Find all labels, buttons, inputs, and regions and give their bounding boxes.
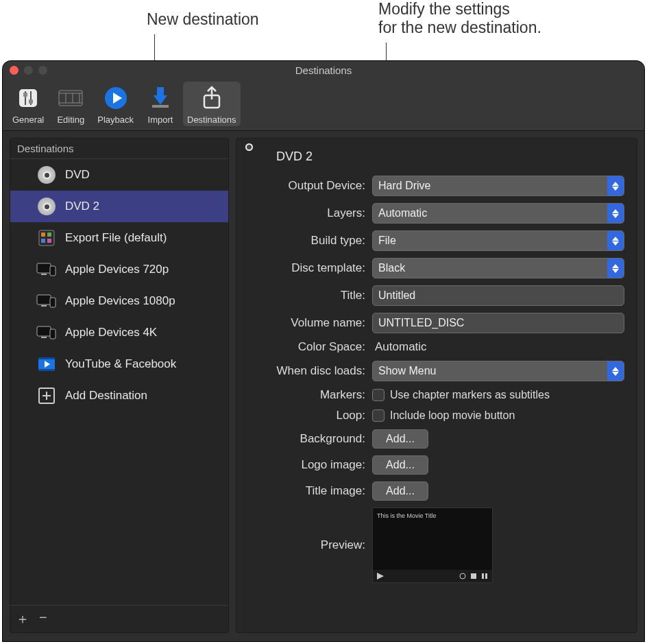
settings-form: Output Device: Hard Drive Layers: Automa… [249,176,624,583]
film-icon [36,228,57,248]
row-loop: Include loop movie button [372,409,624,422]
content-area: Destinations DVD DVD 2 Export File (defa… [3,131,644,640]
toolbar-import[interactable]: Import [141,82,180,126]
svg-marker-13 [154,95,167,105]
preview-controls [373,570,492,582]
svg-marker-46 [612,269,619,273]
svg-rect-5 [59,91,82,106]
callout-new-destination: New destination [147,10,259,29]
destinations-sidebar: Destinations DVD DVD 2 Export File (defa… [10,138,229,633]
zoom-window-button[interactable] [38,66,47,75]
destination-detail-panel: DVD 2 Output Device: Hard Drive Layers: … [236,138,637,633]
svg-rect-26 [37,295,51,305]
traffic-lights [10,66,47,75]
toolbar-label: Import [148,115,173,125]
svg-rect-52 [482,573,484,579]
sidebar-item-720p[interactable]: Apple Devices 720p [10,254,228,285]
field-title[interactable]: Untitled [372,285,624,306]
share-icon [196,83,228,113]
select-output-device[interactable]: Hard Drive [372,176,624,196]
preview-thumbnail: This is the Movie Title [372,508,493,583]
svg-marker-41 [612,209,619,213]
label-loop: Loop: [249,409,365,422]
loop-icon [459,573,466,580]
svg-marker-39 [612,182,619,186]
sidebar-item-label: Apple Devices 720p [65,263,169,276]
row-markers: Use chapter markers as subtitles [372,389,624,401]
select-disc-template[interactable]: Black [372,258,624,278]
disc-icon [36,165,57,185]
filmstrip-icon [55,83,86,113]
stop-icon [470,573,477,580]
toolbar: General Editing Playback Import Destinat… [3,79,644,131]
checkbox-loop[interactable] [372,409,384,422]
select-layers[interactable]: Automatic [372,203,624,224]
chapter-icon [481,573,488,580]
svg-marker-42 [612,214,619,218]
detail-header: DVD 2 [249,145,624,176]
sidebar-item-label: DVD 2 [65,200,99,213]
toolbar-general[interactable]: General [8,82,48,126]
toolbar-editing[interactable]: Editing [51,82,90,126]
play-icon [100,83,132,113]
svg-rect-15 [157,87,164,97]
sidebar-item-label: DVD [65,168,90,182]
toolbar-label: Destinations [187,115,236,125]
select-when-disc-loads[interactable]: Show Menu [372,361,624,381]
svg-rect-21 [41,239,45,243]
svg-rect-29 [37,326,51,336]
sidebar-item-1080p[interactable]: Apple Devices 1080p [10,285,228,317]
devices-icon [36,291,57,311]
sidebar-item-youtube-facebook[interactable]: YouTube & Facebook [10,348,228,380]
svg-rect-34 [38,357,55,359]
video-play-icon [36,354,57,374]
sidebar-item-4k[interactable]: Apple Devices 4K [10,317,228,348]
titlebar: Destinations [3,61,644,79]
svg-rect-0 [19,89,37,107]
remove-button[interactable]: − [39,610,47,628]
sidebar-item-export-file[interactable]: Export File (default) [10,222,228,254]
svg-rect-24 [41,274,47,275]
close-window-button[interactable] [10,66,19,75]
select-build-type[interactable]: File [372,230,624,251]
toolbar-label: Editing [57,115,84,125]
preferences-window: Destinations General Editing Playback I [3,61,644,641]
add-title-image-button[interactable]: Add... [372,481,428,501]
chevron-updown-icon [607,204,624,223]
checkbox-markers[interactable] [372,389,384,401]
svg-rect-51 [471,573,476,579]
add-button[interactable]: ＋ [16,610,29,628]
svg-marker-43 [612,237,619,241]
add-logo-button[interactable]: Add... [372,455,428,475]
label-logo-image: Logo image: [249,458,365,472]
sidebar-item-dvd2[interactable]: DVD 2 [10,191,228,222]
preview-caption: This is the Movie Title [377,512,437,519]
label-disc-template: Disc template: [249,261,365,275]
add-background-button[interactable]: Add... [372,429,428,449]
plus-square-icon [36,385,57,406]
svg-rect-31 [50,329,56,339]
svg-rect-30 [41,337,47,338]
play-icon [377,573,384,580]
toolbar-destinations[interactable]: Destinations [183,82,241,126]
sidebar-item-label: Add Destination [65,389,147,403]
label-build-type: Build type: [249,234,365,248]
disc-icon [249,147,268,166]
minimize-window-button[interactable] [24,66,33,75]
sidebar-item-dvd[interactable]: DVD [10,159,228,191]
svg-rect-20 [47,232,51,237]
sidebar-item-add-destination[interactable]: Add Destination [10,380,228,412]
svg-marker-49 [377,573,384,580]
svg-rect-27 [41,305,47,307]
svg-point-50 [460,573,465,579]
svg-marker-40 [612,187,619,191]
svg-rect-28 [50,298,56,307]
svg-marker-48 [612,372,619,376]
destinations-list: DVD DVD 2 Export File (default) [10,159,228,605]
window-title: Destinations [3,64,644,76]
sidebar-item-label: Export File (default) [65,231,167,245]
field-volume-name[interactable]: UNTITLED_DISC [372,313,624,333]
toolbar-playback[interactable]: Playback [93,82,138,126]
toolbar-label: Playback [97,115,134,125]
svg-rect-35 [38,369,55,371]
